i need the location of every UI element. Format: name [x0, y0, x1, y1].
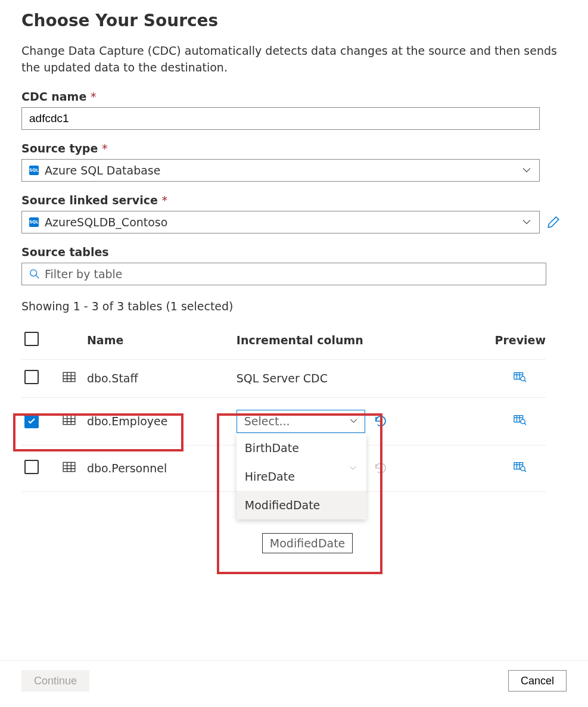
- dropdown-option[interactable]: ModifiedDate: [237, 491, 366, 519]
- linked-service-value: AzureSQLDB_Contoso: [45, 216, 167, 229]
- chevron-down-icon: [349, 466, 357, 471]
- chevron-down-icon: [522, 168, 531, 173]
- linked-service-label: Source linked service *: [21, 194, 567, 207]
- table-row: dbo.Staff SQL Server CDC: [21, 359, 546, 397]
- edit-icon[interactable]: [547, 216, 560, 229]
- filter-placeholder: Filter by table: [45, 267, 123, 281]
- preview-icon[interactable]: [514, 415, 527, 425]
- select-all-checkbox[interactable]: [24, 332, 39, 346]
- preview-icon[interactable]: [514, 372, 527, 382]
- table-icon: [63, 460, 76, 474]
- row-name: dbo.Personnel: [87, 460, 167, 475]
- sql-icon: SQL: [29, 217, 39, 227]
- cdc-name-input[interactable]: [21, 107, 540, 130]
- row-checkbox[interactable]: [24, 460, 39, 474]
- svg-rect-4: [63, 416, 75, 425]
- refresh-icon[interactable]: [374, 461, 388, 475]
- cdc-name-label: CDC name *: [21, 90, 567, 103]
- source-tables-table: Name Incremental column Preview dbo.Staf…: [21, 321, 546, 492]
- source-type-label: Source type *: [21, 142, 567, 155]
- svg-point-3: [521, 376, 525, 381]
- table-row: dbo.Employee Select... BirthDate HireDat…: [21, 397, 546, 445]
- refresh-icon[interactable]: [374, 414, 388, 428]
- table-icon: [63, 413, 76, 426]
- col-name: Name: [87, 321, 237, 359]
- svg-point-9: [521, 466, 525, 471]
- page-title: Choose Your Sources: [21, 11, 567, 30]
- sql-icon: SQL: [29, 166, 39, 175]
- tooltip: ModifiedDate: [262, 533, 353, 553]
- filter-input[interactable]: Filter by table: [21, 263, 546, 285]
- preview-icon[interactable]: [514, 462, 527, 472]
- page-subtitle: Change Data Capture (CDC) automatically …: [21, 42, 567, 76]
- table-status: Showing 1 - 3 of 3 tables (1 selected): [21, 300, 567, 313]
- incremental-select[interactable]: Select... BirthDate HireDate ModifiedDat…: [237, 410, 365, 433]
- linked-service-select[interactable]: SQL AzureSQLDB_Contoso: [21, 211, 540, 233]
- source-tables-label: Source tables: [21, 245, 567, 258]
- row-checkbox[interactable]: [24, 370, 39, 384]
- source-type-select[interactable]: SQL Azure SQL Database: [21, 159, 540, 182]
- cancel-button[interactable]: Cancel: [508, 670, 567, 692]
- select-placeholder: Select...: [244, 415, 290, 428]
- svg-point-0: [30, 270, 37, 276]
- footer: Continue Cancel: [0, 660, 588, 701]
- svg-point-6: [521, 419, 525, 423]
- source-type-value: Azure SQL Database: [45, 164, 160, 177]
- table-icon: [63, 370, 76, 384]
- svg-rect-7: [63, 463, 75, 472]
- col-preview: Preview: [494, 321, 546, 359]
- inc-text: SQL Server CDC: [237, 372, 328, 385]
- row-name: dbo.Staff: [87, 370, 138, 385]
- chevron-down-icon: [350, 419, 357, 423]
- row-name: dbo.Employee: [87, 413, 168, 428]
- chevron-down-icon: [522, 220, 531, 225]
- row-checkbox[interactable]: [24, 414, 39, 428]
- continue-button[interactable]: Continue: [21, 670, 89, 692]
- col-inc: Incremental column: [237, 321, 495, 359]
- search-icon: [29, 269, 40, 279]
- svg-rect-1: [63, 373, 75, 382]
